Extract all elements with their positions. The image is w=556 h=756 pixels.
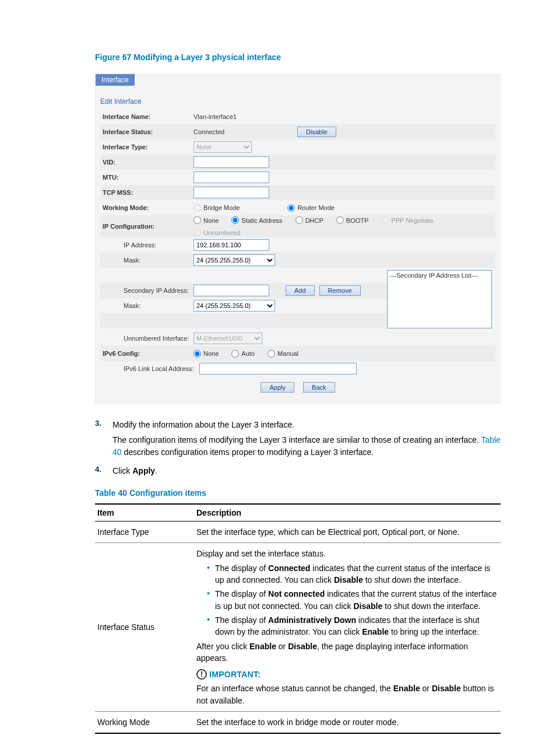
radio-ipcfg-dhcp[interactable]: DHCP xyxy=(295,216,323,224)
value-interface-name: Vlan-interface1 xyxy=(193,113,237,120)
step-3-number: 3. xyxy=(95,419,112,461)
table-row: Interface Status Display and set the int… xyxy=(95,543,501,712)
step-4-number: 4. xyxy=(95,465,112,480)
edit-interface-heading: Edit Interface xyxy=(100,97,495,106)
table-row: Interface Type Set the interface type, w… xyxy=(95,522,501,543)
unnumbered-interface-select[interactable]: M-Ethernet1/0/0 xyxy=(193,332,262,344)
cell-item: Interface Status xyxy=(95,543,194,712)
label-interface-name: Interface Name: xyxy=(100,113,193,120)
vid-input[interactable] xyxy=(193,156,269,168)
important-label: IMPORTANT: xyxy=(209,668,261,680)
radio-bridge-mode[interactable]: Bridge Mode xyxy=(193,204,240,212)
cell-item: Interface Type xyxy=(95,522,194,543)
radio-ipcfg-ppp[interactable]: PPP Negotiate xyxy=(381,216,433,224)
table-row: Working Mode Set the interface to work i… xyxy=(95,712,501,734)
label-secondary-ip: Secondary IP Address: xyxy=(100,287,193,294)
label-ipv6-config: IPv6 Config: xyxy=(100,350,193,357)
radio-ipcfg-static[interactable]: Static Address xyxy=(231,216,282,224)
label-mask: Mask: xyxy=(100,257,193,264)
add-button[interactable]: Add xyxy=(286,285,315,296)
label-interface-status: Interface Status: xyxy=(100,128,193,135)
step-4-text: Click Apply. xyxy=(112,465,501,477)
cell-item: Working Mode xyxy=(95,712,194,734)
radio-ipv6-manual[interactable]: Manual xyxy=(268,350,298,358)
label-ip-configuration: IP Configuration: xyxy=(100,223,193,230)
step-3-line2: The configuration items of modifying the… xyxy=(112,434,501,458)
tab-interface[interactable]: Interface xyxy=(96,74,135,86)
label-vid: VID: xyxy=(100,159,193,166)
ip-address-input[interactable] xyxy=(193,239,269,251)
cell-desc: Set the interface to work in bridge mode… xyxy=(194,712,501,734)
label-unnumbered-interface: Unnumbered Interface: xyxy=(100,335,193,342)
step-3-line1: Modify the information about the Layer 3… xyxy=(112,419,501,430)
important-icon: ! xyxy=(196,669,207,680)
cell-desc: Set the interface type, which can be Ele… xyxy=(194,522,501,543)
label-mtu: MTU: xyxy=(100,174,193,181)
config-items-table: Item Description Interface Type Set the … xyxy=(95,503,501,734)
cell-desc: Display and set the interface status. Th… xyxy=(194,543,501,712)
th-description: Description xyxy=(194,504,501,522)
apply-button[interactable]: Apply xyxy=(261,382,294,393)
label-tcp-mss: TCP MSS: xyxy=(100,189,193,196)
secondary-mask-select[interactable]: 24 (255.255.255.0) xyxy=(193,300,275,312)
value-interface-status: Connected xyxy=(193,128,293,135)
label-ipv6-link-local: IPv6 Link Local Address: xyxy=(100,365,199,372)
th-item: Item xyxy=(95,504,194,522)
figure-caption: Figure 67 Modifying a Layer 3 physical i… xyxy=(55,52,501,62)
ipv6-link-local-input[interactable] xyxy=(199,363,357,374)
secondary-ip-input[interactable] xyxy=(193,285,269,296)
disable-button[interactable]: Disable xyxy=(297,127,336,137)
step-3: 3. Modify the information about the Laye… xyxy=(95,419,501,461)
mtu-input[interactable] xyxy=(193,172,269,183)
label-interface-type: Interface Type: xyxy=(100,144,193,150)
label-ip-address: IP Address: xyxy=(100,242,193,249)
radio-router-mode[interactable]: Router Mode xyxy=(287,204,335,212)
label-secondary-mask: Mask: xyxy=(100,302,193,309)
radio-ipv6-none[interactable]: None xyxy=(193,350,219,358)
radio-ipcfg-unnumbered[interactable]: Unnumbered xyxy=(193,229,241,236)
interface-type-select[interactable]: None xyxy=(193,141,252,153)
label-working-mode: Working Mode: xyxy=(100,204,193,211)
secondary-ip-list[interactable]: ---Secondary IP Address List--- xyxy=(387,270,492,328)
radio-ipcfg-bootp[interactable]: BOOTP xyxy=(336,216,369,224)
radio-ipv6-auto[interactable]: Auto xyxy=(231,350,255,358)
interface-panel: Interface Edit Interface Interface Name:… xyxy=(95,74,501,404)
tcp-mss-input[interactable] xyxy=(193,187,269,198)
back-button[interactable]: Back xyxy=(303,382,335,393)
remove-button[interactable]: Remove xyxy=(319,285,361,296)
mask-select[interactable]: 24 (255.255.255.0) xyxy=(193,254,275,266)
table-caption: Table 40 Configuration items xyxy=(95,488,501,498)
step-4: 4. Click Apply. xyxy=(95,465,501,480)
radio-ipcfg-none[interactable]: None xyxy=(193,216,219,224)
